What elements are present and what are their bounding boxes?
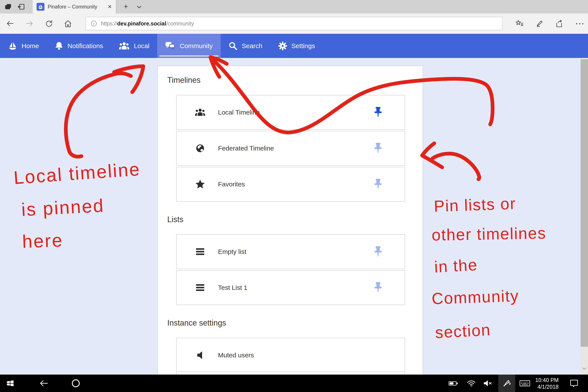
search-icon [228, 42, 238, 50]
tab-title: Pinafore – Community [48, 4, 106, 10]
favorites-hub-icon[interactable] [515, 20, 524, 28]
pin-icon[interactable] [374, 143, 382, 154]
people-icon [194, 108, 206, 117]
list-item[interactable]: Empty list [176, 234, 405, 269]
list-item[interactable]: Federated Timeline [176, 131, 405, 166]
annotation-right-line3: in the [434, 256, 478, 276]
annotation-left-line2: is pinned [21, 195, 105, 220]
pin-icon[interactable] [374, 107, 382, 118]
star-icon [194, 180, 206, 189]
share-icon[interactable] [555, 20, 564, 28]
list-item-label: Local Timeline [218, 109, 260, 116]
gear-icon [278, 42, 287, 50]
pinafore-nav-bar: Home Notifications Local Community Searc… [0, 34, 588, 58]
page-section: Lists Empty list Test List 1 [158, 215, 422, 305]
section-rows: Empty list Test List 1 [176, 234, 405, 305]
list-icon [194, 248, 206, 256]
page-section: Instance settings Muted users [158, 318, 422, 372]
nav-item-home[interactable]: Home [0, 34, 47, 58]
browser-tab[interactable]: Pinafore – Community ✕ [33, 0, 116, 14]
people-icon [119, 42, 130, 50]
page-section: Timelines Local Timeline Federated Timel… [158, 75, 422, 202]
annotation-right-line4: Community [432, 286, 520, 308]
bell-icon [55, 41, 63, 51]
browser-address-bar: https://dev.pinafore.social/community [0, 14, 588, 34]
info-icon[interactable] [90, 20, 97, 27]
sailboat-icon [8, 41, 18, 51]
annotation-right-line5: section [435, 320, 491, 342]
community-page-card: Timelines Local Timeline Federated Timel… [158, 66, 423, 374]
set-tabs-aside-icon[interactable] [2, 0, 15, 14]
section-title: Timelines [167, 75, 422, 85]
list-item-label: Favorites [218, 180, 245, 188]
page-scrollbar[interactable] [580, 58, 588, 374]
url-input[interactable]: https://dev.pinafore.social/community [86, 17, 502, 30]
wifi-icon[interactable] [464, 374, 479, 392]
tab-preview-chevron-icon[interactable] [136, 4, 143, 10]
section-rows: Muted users [176, 338, 405, 372]
annotation-right-line1: Pin lists or [434, 194, 516, 216]
annotation-right-line2: other timelines [432, 224, 546, 244]
section-title: Instance settings [167, 318, 422, 328]
new-tab-button[interactable]: + [121, 2, 131, 11]
list-icon [194, 284, 206, 292]
nav-item-settings[interactable]: Settings [270, 34, 323, 58]
battery-icon[interactable] [445, 374, 462, 392]
windows-ink-icon[interactable] [498, 374, 515, 392]
chat-bubbles-icon [165, 42, 176, 50]
pin-icon[interactable] [374, 246, 382, 257]
tab-close-icon[interactable]: ✕ [108, 4, 112, 10]
list-item[interactable]: Test List 1 [176, 270, 405, 305]
nav-item-notifications[interactable]: Notifications [47, 34, 111, 58]
web-notes-icon[interactable] [535, 20, 544, 28]
url-text: https://dev.pinafore.social/community [101, 20, 194, 27]
windows-taskbar: 10:40 PM 4/1/2018 [0, 374, 588, 392]
annotation-left-line3: here [22, 230, 63, 252]
clock-time: 10:40 PM [522, 377, 558, 384]
section-rows: Local Timeline Federated Timeline Favori… [176, 95, 405, 202]
pinafore-favicon [36, 3, 44, 11]
browser-tab-strip: Pinafore – Community ✕ + [0, 0, 588, 14]
taskbar-clock[interactable]: 10:40 PM 4/1/2018 [522, 377, 558, 390]
list-item-label: Test List 1 [218, 284, 248, 292]
nav-item-local[interactable]: Local [111, 34, 157, 58]
list-item-label: Muted users [218, 352, 254, 359]
tab-preview-icon[interactable] [15, 0, 28, 14]
action-center-icon[interactable] [565, 374, 583, 392]
back-icon[interactable] [35, 374, 53, 392]
pin-icon[interactable] [374, 282, 382, 293]
windows-desktop: { "colors": { "nav_blue": "#4164d8", "na… [0, 0, 588, 392]
globe-icon [194, 144, 206, 153]
list-item[interactable]: Muted users [176, 338, 405, 372]
muted-speaker-icon [194, 351, 206, 360]
clock-date: 4/1/2018 [522, 384, 558, 390]
cortana-icon[interactable] [67, 374, 85, 392]
forward-icon[interactable] [25, 20, 34, 28]
more-options-icon[interactable] [575, 22, 584, 25]
section-title: Lists [167, 215, 422, 224]
list-item-partial[interactable] [176, 372, 405, 374]
list-item[interactable]: Local Timeline [176, 95, 405, 130]
scrollbar-down-icon[interactable] [582, 367, 587, 370]
home-icon[interactable] [64, 20, 72, 28]
list-item-label: Empty list [218, 248, 246, 256]
refresh-icon[interactable] [45, 20, 53, 28]
pin-icon[interactable] [374, 179, 382, 190]
nav-item-search[interactable]: Search [220, 34, 270, 58]
back-icon[interactable] [6, 20, 14, 28]
windows-start-icon[interactable] [2, 374, 18, 392]
muted-volume-icon[interactable] [480, 374, 496, 392]
scrollbar-thumb[interactable] [580, 59, 588, 347]
list-item[interactable]: Favorites [176, 167, 405, 202]
list-item-label: Federated Timeline [218, 144, 274, 152]
nav-item-community[interactable]: Community [157, 34, 220, 58]
